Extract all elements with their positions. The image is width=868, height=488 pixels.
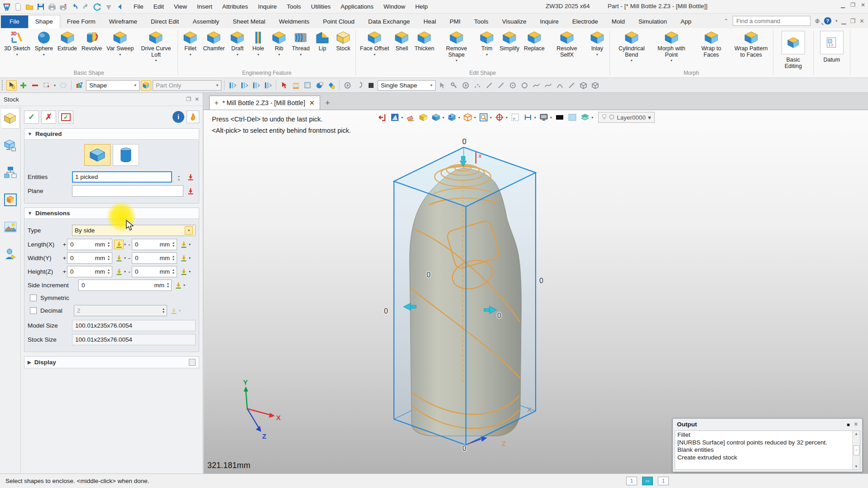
- entities-input[interactable]: 1 picked: [72, 171, 172, 183]
- dropdown-caret-icon[interactable]: ▾: [591, 116, 593, 120]
- trim-button[interactable]: Trim▾: [476, 29, 497, 57]
- tab-wireframe[interactable]: Wireframe: [102, 15, 144, 28]
- lasso-pick-icon[interactable]: [58, 80, 68, 91]
- dropdown-caret-icon[interactable]: ▾: [534, 116, 536, 120]
- lip-button[interactable]: Lip: [312, 29, 333, 57]
- shaded-view-icon[interactable]: [431, 112, 441, 123]
- dropdown-caret-icon[interactable]: ▾: [442, 116, 444, 120]
- spinner[interactable]: ▲▼: [106, 242, 111, 247]
- scroll-down-icon[interactable]: ▼: [854, 464, 858, 469]
- copy-mode-dropdown[interactable]: Single Shape▾: [378, 80, 436, 91]
- line-icon[interactable]: [484, 80, 494, 91]
- draft-button[interactable]: Draft▾: [227, 29, 248, 57]
- dropdown-caret-icon[interactable]: ▾: [648, 114, 651, 121]
- bucket-settings-icon[interactable]: [326, 80, 336, 91]
- minimize-icon[interactable]: ▁: [841, 2, 845, 8]
- wrap-to-faces-button[interactable]: Wrap to Faces: [691, 29, 731, 63]
- datum-button[interactable]: 1 2Datum: [815, 28, 849, 77]
- menu-utilities[interactable]: Utilities: [306, 2, 336, 11]
- spinner[interactable]: ▲▼: [171, 269, 176, 275]
- stock-offset-value[interactable]: 0: [462, 445, 466, 452]
- undo-icon[interactable]: [71, 3, 79, 11]
- type-dropdown-caret[interactable]: ▾: [185, 226, 193, 235]
- type-dropdown[interactable]: By side ▾: [72, 225, 196, 236]
- dimensions-header[interactable]: ▼Dimensions: [24, 208, 199, 219]
- remove-shape-button[interactable]: Remove Shape▾: [436, 29, 476, 63]
- help-caret-icon[interactable]: ▾: [835, 19, 838, 23]
- tab-mold[interactable]: Mold: [605, 15, 632, 28]
- menu-window[interactable]: Window: [379, 2, 410, 11]
- tab-file[interactable]: File: [1, 15, 28, 28]
- side-increment-input[interactable]: 0 mm ▲▼: [78, 280, 172, 291]
- single-window-icon[interactable]: 1: [626, 477, 637, 485]
- output-dock-icon[interactable]: ■: [847, 422, 850, 427]
- simplify-button[interactable]: Simplify: [497, 29, 522, 57]
- zoom-window-icon[interactable]: [478, 112, 489, 123]
- scroll-thumb[interactable]: ≡: [854, 445, 859, 455]
- new-file-icon[interactable]: [14, 3, 22, 11]
- list-down-icon[interactable]: [251, 80, 261, 91]
- spline-icon[interactable]: [531, 80, 542, 91]
- redo-icon[interactable]: [82, 3, 90, 11]
- list-top-icon[interactable]: [227, 80, 238, 91]
- view-cube-icon[interactable]: [1, 189, 19, 210]
- exit-command-icon[interactable]: [377, 112, 387, 123]
- menu-file[interactable]: File: [129, 2, 149, 11]
- unshaded-box-icon[interactable]: [418, 112, 428, 123]
- morph-with-point-button[interactable]: Morph with Point▾: [652, 29, 691, 63]
- width-y-neg-input[interactable]: 0mm▲▼: [132, 252, 177, 264]
- resolve-selfx-button[interactable]: Resolve SelfX: [547, 29, 587, 63]
- graphics-viewport[interactable]: + * Mill Bottle 2.Z3 - [Mill Bottle] ✕ +…: [204, 93, 868, 474]
- dimension-box-icon[interactable]: [1, 135, 19, 156]
- cancel-icon[interactable]: ✗: [41, 111, 56, 124]
- select-arrow-icon[interactable]: [437, 80, 447, 91]
- close-icon[interactable]: ✕: [861, 2, 865, 8]
- inlay-button[interactable]: Inlay▾: [587, 29, 608, 57]
- view-orientation-icon[interactable]: [389, 112, 400, 123]
- display-checkbox[interactable]: [189, 359, 196, 366]
- rib-button[interactable]: Rib▾: [269, 29, 289, 57]
- stock-offset-value[interactable]: 0: [384, 307, 388, 315]
- command-search-input[interactable]: [735, 17, 817, 25]
- collapse-left-icon[interactable]: [116, 3, 124, 11]
- wave-icon[interactable]: [543, 80, 553, 91]
- list-bottom-icon[interactable]: [263, 80, 273, 91]
- var-sweep-button[interactable]: Var Sweep▾: [104, 29, 136, 57]
- image-icon[interactable]: [1, 217, 19, 237]
- length-x-pos-pick-icon[interactable]: [114, 240, 124, 249]
- height-z-neg-pick-icon[interactable]: [179, 267, 188, 276]
- tab-free-form[interactable]: Free Form: [60, 15, 102, 28]
- ok-icon[interactable]: ✓: [24, 111, 39, 124]
- height-z-pos-input[interactable]: 0mm▲▼: [67, 266, 112, 277]
- stock-offset-value[interactable]: 0: [427, 271, 431, 279]
- width-y-pos-pick-icon[interactable]: [114, 253, 124, 263]
- menu-edit[interactable]: Edit: [149, 2, 169, 11]
- ellipse-icon[interactable]: [519, 80, 530, 91]
- dropdown-caret-icon[interactable]: ▾: [401, 116, 403, 120]
- history-flame-icon[interactable]: [187, 111, 199, 123]
- face-offset-button[interactable]: Face Offset▾: [358, 29, 391, 57]
- wireframe-view-icon[interactable]: [462, 112, 473, 123]
- thicken-button[interactable]: Thicken: [412, 29, 436, 57]
- point-cloud-icon[interactable]: [472, 80, 483, 91]
- new-tab-button[interactable]: +: [326, 99, 330, 107]
- dropdown-caret-icon[interactable]: ▾: [189, 270, 191, 274]
- dropdown-caret-icon[interactable]: ▾: [550, 116, 552, 120]
- dropdown-caret-icon[interactable]: ▾: [490, 116, 492, 120]
- plane-input[interactable]: [72, 185, 183, 197]
- required-header[interactable]: ▼Required: [24, 129, 199, 140]
- document-tab[interactable]: + * Mill Bottle 2.Z3 - [Mill Bottle] ✕: [209, 96, 320, 110]
- display-section-header[interactable]: ▶ Display: [24, 356, 199, 368]
- stock-offset-value[interactable]: 0: [462, 138, 466, 145]
- window-pick-icon[interactable]: +: [42, 80, 52, 91]
- dropdown-caret-icon[interactable]: ▾: [54, 83, 56, 87]
- menu-applications[interactable]: Applications: [336, 2, 379, 11]
- panel-close-icon[interactable]: ✕: [195, 96, 199, 102]
- textured-view-icon[interactable]: [446, 112, 457, 123]
- monitor-display-icon[interactable]: [538, 112, 549, 123]
- command-search[interactable]: [733, 16, 810, 26]
- hook-icon[interactable]: [354, 80, 364, 91]
- user-icon[interactable]: [1, 244, 19, 265]
- dropdown-caret-icon[interactable]: ▾: [183, 283, 185, 287]
- doc-restore-icon[interactable]: ❐: [850, 18, 855, 24]
